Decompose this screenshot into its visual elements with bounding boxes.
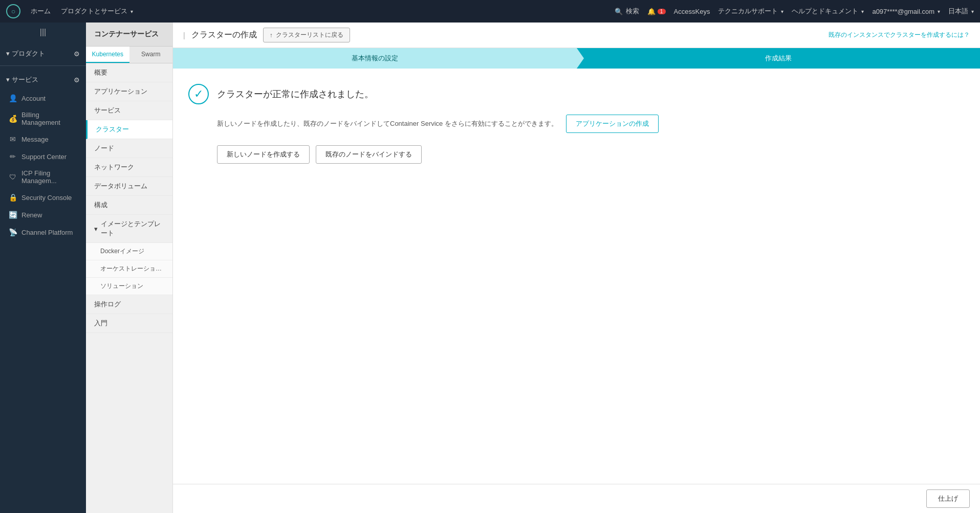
sidebar-item-support[interactable]: ✏ Support Center: [0, 148, 86, 165]
step-basic-label: 基本情報の設定: [352, 54, 398, 63]
sidebar-item-security[interactable]: 🔒 Security Console: [0, 189, 86, 206]
step-arrow-basic: [577, 48, 584, 69]
sidebar-collapse-button[interactable]: |||: [0, 23, 86, 42]
success-header: ✓ クラスターが正常に作成されました。: [188, 84, 965, 104]
sec-nav-intro[interactable]: 入門: [86, 314, 172, 333]
success-description-row: 新しいノードを作成したり、既存のノードをバインドしてContainer Serv…: [217, 115, 965, 133]
step-result-label: 作成結果: [765, 54, 792, 63]
sec-nav-network[interactable]: ネットワーク: [86, 158, 172, 177]
renew-label: Renew: [21, 211, 42, 219]
existing-instance-link[interactable]: 既存のインスタンスでクラスターを作成するには？: [829, 31, 970, 39]
bell-icon: 🔔: [647, 8, 656, 15]
user-caret-icon: ▾: [938, 9, 940, 14]
tab-swarm[interactable]: Swarm: [129, 47, 173, 63]
tech-support-caret-icon: ▾: [781, 9, 783, 14]
message-label: Message: [21, 136, 49, 143]
sec-nav-images-group[interactable]: ▾ イメージとテンプレート: [86, 215, 172, 243]
product-gear-icon[interactable]: ⚙: [74, 50, 80, 58]
finish-button[interactable]: 仕上げ: [926, 489, 970, 508]
sec-nav-config[interactable]: 構成: [86, 196, 172, 215]
success-checkmark-icon: ✓: [188, 84, 209, 104]
sec-nav-docker-image[interactable]: Dockerイメージ: [86, 243, 172, 260]
security-icon: 🔒: [8, 193, 17, 202]
success-title: クラスターが正常に作成されました。: [217, 88, 374, 100]
icp-icon: 🛡: [8, 172, 17, 182]
secondary-sidebar: コンテナーサービス Kubernetes Swarm 概要 アプリケーション サ…: [86, 23, 173, 513]
page-title: クラスターの作成: [191, 30, 257, 40]
finish-btn-area: 仕上げ: [173, 484, 980, 513]
step-result: 作成結果: [577, 48, 981, 69]
collapse-icon: |||: [40, 28, 46, 37]
back-to-list-button[interactable]: ↑ クラスターリストに戻る: [263, 28, 350, 42]
channel-label: Channel Platform: [21, 229, 73, 236]
bind-node-button[interactable]: 既存のノードをバインドする: [316, 145, 422, 164]
user-dropdown[interactable]: a097****@gmail.com ▾: [872, 8, 940, 15]
bell-area[interactable]: 🔔 1: [647, 8, 666, 15]
home-nav-link[interactable]: ホーム: [31, 7, 51, 16]
content-header: | クラスターの作成 ↑ クラスターリストに戻る 既存のインスタンスでクラスター…: [173, 23, 980, 48]
help-caret-icon: ▾: [861, 9, 864, 14]
logo-icon[interactable]: ○: [6, 4, 20, 18]
search-icon: 🔍: [615, 8, 623, 15]
content-body: ✓ クラスターが正常に作成されました。 新しいノードを作成したり、既存のノードを…: [173, 69, 980, 484]
support-label: Support Center: [21, 153, 67, 161]
search-label: 検索: [626, 7, 639, 16]
products-nav-dropdown[interactable]: プロダクトとサービス ▾: [61, 7, 133, 16]
security-label: Security Console: [21, 194, 72, 202]
products-caret-icon: ▾: [130, 9, 133, 14]
service-section-header[interactable]: ▾ サービス ⚙: [0, 72, 86, 87]
sec-nav-datavolume[interactable]: データボリューム: [86, 177, 172, 196]
sec-nav-node[interactable]: ノード: [86, 139, 172, 158]
service-section: ▾ サービス ⚙: [0, 68, 86, 90]
new-node-button[interactable]: 新しいノードを作成する: [217, 145, 310, 164]
lang-caret-icon: ▾: [971, 9, 974, 14]
images-group-arrow-icon: ▾: [94, 225, 98, 233]
lang-label: 日本語: [948, 7, 968, 16]
tech-support-dropdown[interactable]: テクニカルサポート ▾: [718, 7, 783, 16]
create-app-button[interactable]: アプリケーションの作成: [566, 115, 659, 133]
step-basic: 基本情報の設定: [173, 48, 577, 69]
sidebar-item-channel[interactable]: 📡 Channel Platform: [0, 224, 86, 241]
service-gear-icon[interactable]: ⚙: [74, 76, 80, 84]
lang-dropdown[interactable]: 日本語 ▾: [948, 7, 974, 16]
sec-nav-service[interactable]: サービス: [86, 101, 172, 120]
sidebar-item-renew[interactable]: 🔄 Renew: [0, 206, 86, 224]
tab-row: Kubernetes Swarm: [86, 47, 172, 63]
renew-icon: 🔄: [8, 210, 17, 219]
tab-kubernetes[interactable]: Kubernetes: [86, 47, 129, 63]
billing-label: Billing Management: [21, 111, 80, 126]
main-body: ||| ▾ プロダクト ⚙ ▾ サービス ⚙ 👤 Account 💰 Billi…: [0, 23, 980, 513]
billing-icon: 💰: [8, 114, 17, 123]
sidebar-item-account[interactable]: 👤 Account: [0, 90, 86, 107]
steps-bar: 基本情報の設定 作成結果: [173, 48, 980, 69]
sidebar-item-icp[interactable]: 🛡 ICP Filing Managem...: [0, 165, 86, 189]
support-icon: ✏: [8, 152, 17, 161]
sec-nav-application[interactable]: アプリケーション: [86, 82, 172, 101]
back-arrow-icon: ↑: [270, 32, 273, 39]
nav-right-section: 🔍 検索 🔔 1 AccessKeys テクニカルサポート ▾ ヘルプとドキュメ…: [615, 7, 974, 16]
success-desc-text: 新しいノードを作成したり、既存のノードをバインドしてContainer Serv…: [217, 119, 558, 128]
message-icon: ✉: [8, 135, 17, 144]
separator-icon: |: [183, 31, 185, 39]
top-navigation: ○ ホーム プロダクトとサービス ▾ 🔍 検索 🔔 1 AccessKeys テ…: [0, 0, 980, 23]
product-section: ▾ プロダクト ⚙: [0, 42, 86, 63]
access-keys-link[interactable]: AccessKeys: [674, 8, 710, 15]
back-btn-label: クラスターリストに戻る: [276, 31, 343, 39]
channel-icon: 📡: [8, 228, 17, 237]
sec-nav-orchestration[interactable]: オーケストレーショ…: [86, 260, 172, 278]
sidebar-item-billing[interactable]: 💰 Billing Management: [0, 107, 86, 130]
sidebar-item-message[interactable]: ✉ Message: [0, 130, 86, 148]
product-label: ▾ プロダクト: [6, 49, 45, 58]
help-dropdown[interactable]: ヘルプとドキュメント ▾: [792, 7, 864, 16]
sec-nav-oplog[interactable]: 操作ログ: [86, 295, 172, 314]
secondary-sidebar-title: コンテナーサービス: [86, 23, 172, 47]
sec-nav-overview[interactable]: 概要: [86, 63, 172, 82]
product-section-header[interactable]: ▾ プロダクト ⚙: [0, 46, 86, 61]
sec-nav-cluster[interactable]: クラスター: [86, 120, 172, 139]
icp-label: ICP Filing Managem...: [21, 169, 80, 185]
action-buttons: 新しいノードを作成する 既存のノードをバインドする: [217, 145, 965, 164]
account-label: Account: [21, 95, 46, 102]
sec-nav-solution[interactable]: ソリューション: [86, 278, 172, 295]
help-label: ヘルプとドキュメント: [792, 7, 858, 16]
search-area[interactable]: 🔍 検索: [615, 7, 639, 16]
